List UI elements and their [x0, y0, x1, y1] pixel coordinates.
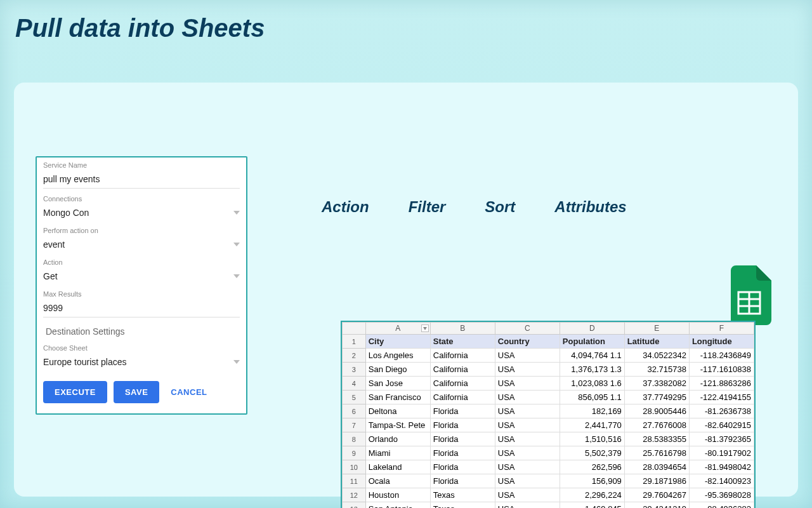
cell-city[interactable]: San Antonio: [365, 502, 430, 509]
cell-country[interactable]: USA: [495, 488, 560, 502]
cell-longitude[interactable]: -117.1610838: [689, 363, 754, 377]
cell-state[interactable]: Florida: [430, 418, 495, 432]
save-button[interactable]: SAVE: [114, 381, 159, 403]
cell-city[interactable]: San Diego: [365, 363, 430, 377]
cell-state[interactable]: Texas: [430, 502, 495, 509]
tab-attributes[interactable]: Attributes: [554, 198, 626, 216]
header-cell[interactable]: Country: [495, 335, 560, 349]
cell-population[interactable]: 1,023,083 1.6: [560, 377, 624, 391]
execute-button[interactable]: EXECUTE: [43, 381, 107, 403]
cell-latitude[interactable]: 37.7749295: [624, 391, 689, 404]
cell-population[interactable]: 1,469,845: [560, 502, 624, 509]
cell-city[interactable]: Tampa-St. Pete: [365, 418, 430, 432]
cell-longitude[interactable]: -81.9498042: [689, 460, 754, 474]
header-cell[interactable]: Longitude: [689, 335, 754, 349]
row-header[interactable]: 6: [343, 404, 366, 418]
cell-state[interactable]: Florida: [430, 474, 495, 488]
cell-state[interactable]: California: [430, 349, 495, 363]
cell-longitude[interactable]: -118.2436849: [689, 349, 754, 363]
header-cell[interactable]: Population: [560, 335, 624, 349]
cell-longitude[interactable]: -81.3792365: [689, 432, 754, 446]
cell-latitude[interactable]: 28.5383355: [624, 432, 689, 446]
cell-country[interactable]: USA: [495, 349, 560, 363]
cell-country[interactable]: USA: [495, 404, 560, 418]
cell-state[interactable]: Florida: [430, 404, 495, 418]
row-header[interactable]: 11: [343, 474, 366, 488]
cell-country[interactable]: USA: [495, 474, 560, 488]
header-cell[interactable]: Latitude: [624, 335, 689, 349]
cell-population[interactable]: 4,094,764 1.1: [560, 349, 624, 363]
cell-longitude[interactable]: -82.6402915: [689, 418, 754, 432]
corner-cell[interactable]: [343, 323, 366, 335]
cell-city[interactable]: Houston: [365, 488, 430, 502]
connections-select[interactable]: Mongo Con: [43, 205, 240, 220]
cell-longitude[interactable]: -121.8863286: [689, 377, 754, 391]
perform-action-select[interactable]: event: [43, 237, 240, 252]
row-header[interactable]: 13: [343, 502, 366, 509]
cell-state[interactable]: California: [430, 377, 495, 391]
cell-latitude[interactable]: 28.0394654: [624, 460, 689, 474]
cell-latitude[interactable]: 32.715738: [624, 363, 689, 377]
cell-city[interactable]: Deltona: [365, 404, 430, 418]
col-e-header[interactable]: E: [624, 323, 689, 335]
header-cell[interactable]: City: [365, 335, 430, 349]
col-f-header[interactable]: F: [689, 323, 754, 335]
cell-latitude[interactable]: 27.7676008: [624, 418, 689, 432]
cell-country[interactable]: USA: [495, 363, 560, 377]
cancel-button[interactable]: CANCEL: [166, 381, 212, 403]
max-results-input[interactable]: 9999: [43, 300, 240, 318]
row-header[interactable]: 3: [343, 363, 366, 377]
row-header[interactable]: 5: [343, 391, 366, 404]
cell-state[interactable]: Florida: [430, 446, 495, 460]
cell-city[interactable]: Los Angeles: [365, 349, 430, 363]
cell-latitude[interactable]: 29.4241219: [624, 502, 689, 509]
cell-city[interactable]: San Jose: [365, 377, 430, 391]
cell-country[interactable]: USA: [495, 418, 560, 432]
action-select[interactable]: Get: [43, 269, 240, 284]
filter-icon[interactable]: [421, 324, 429, 332]
cell-country[interactable]: USA: [495, 432, 560, 446]
cell-population[interactable]: 262,596: [560, 460, 624, 474]
row-header[interactable]: 10: [343, 460, 366, 474]
col-a-header[interactable]: A: [365, 323, 430, 335]
cell-country[interactable]: USA: [495, 446, 560, 460]
cell-population[interactable]: 2,441,770: [560, 418, 624, 432]
cell-state[interactable]: Florida: [430, 432, 495, 446]
cell-population[interactable]: 2,296,224: [560, 488, 624, 502]
cell-longitude[interactable]: -122.4194155: [689, 391, 754, 404]
tab-filter[interactable]: Filter: [409, 198, 446, 216]
row-header[interactable]: 4: [343, 377, 366, 391]
cell-city[interactable]: Lakeland: [365, 460, 430, 474]
cell-longitude[interactable]: -98.4936282: [689, 502, 754, 509]
cell-population[interactable]: 1,510,516: [560, 432, 624, 446]
cell-latitude[interactable]: 25.7616798: [624, 446, 689, 460]
col-d-header[interactable]: D: [560, 323, 624, 335]
row-header[interactable]: 7: [343, 418, 366, 432]
cell-country[interactable]: USA: [495, 377, 560, 391]
row-header[interactable]: 1: [343, 335, 366, 349]
cell-longitude[interactable]: -95.3698028: [689, 488, 754, 502]
cell-city[interactable]: Orlando: [365, 432, 430, 446]
tab-sort[interactable]: Sort: [485, 198, 515, 216]
cell-longitude[interactable]: -80.1917902: [689, 446, 754, 460]
row-header[interactable]: 12: [343, 488, 366, 502]
cell-latitude[interactable]: 29.7604267: [624, 488, 689, 502]
cell-state[interactable]: Texas: [430, 488, 495, 502]
cell-population[interactable]: 156,909: [560, 474, 624, 488]
spreadsheet-table[interactable]: A B C D E F 1CityStateCountryPopulationL…: [342, 322, 754, 508]
cell-state[interactable]: Florida: [430, 460, 495, 474]
cell-latitude[interactable]: 28.9005446: [624, 404, 689, 418]
cell-latitude[interactable]: 34.0522342: [624, 349, 689, 363]
row-header[interactable]: 9: [343, 446, 366, 460]
row-header[interactable]: 2: [343, 349, 366, 363]
header-cell[interactable]: State: [430, 335, 495, 349]
cell-country[interactable]: USA: [495, 460, 560, 474]
cell-city[interactable]: Miami: [365, 446, 430, 460]
cell-latitude[interactable]: 29.1871986: [624, 474, 689, 488]
cell-population[interactable]: 856,095 1.1: [560, 391, 624, 404]
cell-longitude[interactable]: -82.1400923: [689, 474, 754, 488]
cell-longitude[interactable]: -81.2636738: [689, 404, 754, 418]
cell-country[interactable]: USA: [495, 391, 560, 404]
tab-action[interactable]: Action: [322, 198, 369, 216]
cell-city[interactable]: Ocala: [365, 474, 430, 488]
